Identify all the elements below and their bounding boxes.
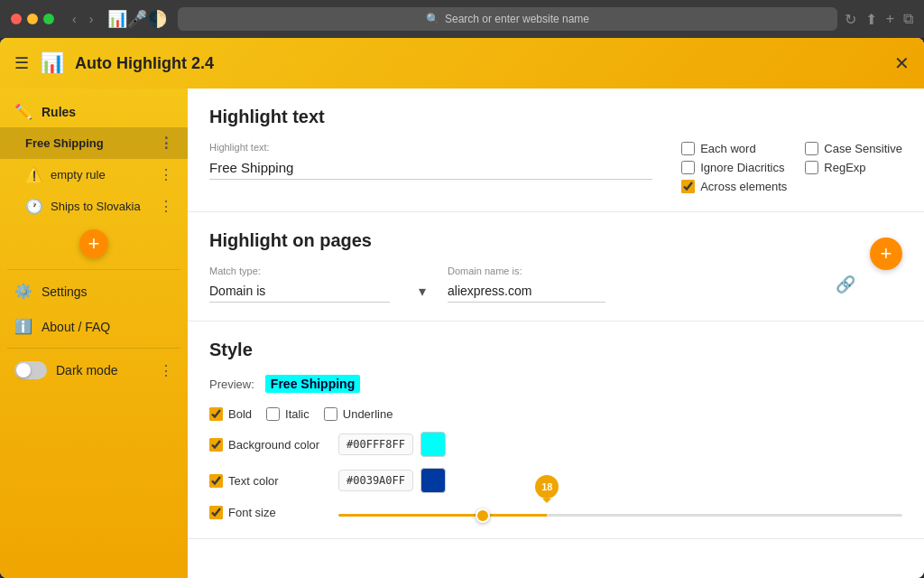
sidebar-divider [7, 269, 180, 270]
close-traffic-light[interactable] [11, 14, 22, 24]
free-shipping-label: Free Shipping [25, 136, 152, 150]
about-label: About / FAQ [42, 320, 173, 334]
font-size-row: Font size 18 [209, 504, 902, 520]
add-page-button[interactable]: + [870, 238, 902, 270]
reload-icon[interactable]: ↻ [845, 11, 856, 28]
add-rule-button[interactable]: + [79, 229, 108, 258]
menu-icon[interactable]: ☰ [14, 53, 29, 73]
text-style-row: Bold Italic Underline [209, 407, 902, 421]
settings-label: Settings [42, 284, 173, 299]
highlight-text-input[interactable] [209, 156, 652, 180]
regexp-label: RegExp [824, 161, 865, 174]
close-button[interactable]: ✕ [894, 52, 910, 74]
browser-actions: ↻ ⬆ + ⧉ [845, 11, 913, 28]
highlight-text-row: Highlight text: Each word Case Sensitive [209, 142, 902, 193]
app-title: Auto Highlight 2.4 [75, 54, 883, 73]
tab-icon: 📊🎤🌓 [107, 9, 167, 29]
dark-mode-menu-icon[interactable]: ⋮ [159, 362, 173, 379]
new-tab-icon[interactable]: + [886, 11, 894, 28]
case-sensitive-option[interactable]: Case Sensitive [805, 142, 902, 155]
minimize-traffic-light[interactable] [27, 14, 38, 24]
bg-color-checkbox-group[interactable]: Background color [209, 438, 328, 452]
ignore-diacritics-option[interactable]: Ignore Diacritics [681, 161, 787, 174]
maximize-traffic-light[interactable] [43, 14, 54, 24]
style-title: Style [209, 340, 902, 360]
sidebar-item-dark-mode: Dark mode ⋮ [0, 352, 188, 388]
highlight-pages-title: Highlight on pages [209, 230, 855, 251]
sidebar-item-free-shipping[interactable]: Free Shipping ⋮ [0, 127, 188, 159]
app-icon: 📊 [40, 51, 64, 75]
font-size-checkbox-group[interactable]: Font size [209, 506, 328, 519]
sidebar-divider-2 [7, 348, 180, 349]
warning-icon: ⚠️ [25, 166, 43, 183]
italic-label: Italic [285, 407, 310, 421]
highlight-pages-section: Highlight on pages Match type: Domain is… [188, 212, 924, 322]
font-size-checkbox[interactable] [209, 506, 223, 519]
underline-option[interactable]: Underline [324, 407, 393, 421]
each-word-label: Each word [700, 142, 755, 155]
italic-checkbox[interactable] [266, 407, 280, 421]
case-sensitive-checkbox[interactable] [805, 142, 818, 155]
bg-color-hex[interactable]: #00FFF8FF [338, 434, 413, 455]
match-type-label: Match type: [209, 266, 426, 276]
highlight-text-field-label: Highlight text: [209, 142, 652, 153]
clock-icon: 🕐 [25, 198, 43, 215]
popup-body: ✏️ Rules Free Shipping ⋮ ⚠️ empty rule ⋮… [0, 89, 924, 578]
ignore-diacritics-label: Ignore Diacritics [700, 161, 784, 174]
regexp-option[interactable]: RegExp [805, 161, 902, 174]
bold-option[interactable]: Bold [209, 407, 252, 421]
domain-select-wrapper: Domain is URL contains URL starts with ▾ [209, 280, 426, 303]
text-color-checkbox-group[interactable]: Text color [209, 474, 328, 488]
font-size-slider[interactable] [338, 514, 902, 517]
sidebar-item-empty-rule[interactable]: ⚠️ empty rule ⋮ [0, 159, 188, 191]
regexp-checkbox[interactable] [805, 161, 818, 174]
domain-name-input[interactable] [448, 280, 605, 303]
text-color-hex[interactable]: #0039A0FF [338, 470, 413, 491]
dark-mode-toggle[interactable] [14, 361, 47, 379]
domain-group: Match type: Domain is URL contains URL s… [209, 266, 426, 303]
each-word-checkbox[interactable] [681, 142, 695, 155]
text-color-swatch[interactable] [420, 468, 446, 493]
italic-option[interactable]: Italic [266, 407, 310, 421]
browser-nav: ‹ › [69, 10, 97, 28]
popup-header: ☰ 📊 Auto Highlight 2.4 ✕ [0, 38, 924, 89]
underline-checkbox[interactable] [324, 407, 337, 421]
address-bar[interactable]: 🔍 Search or enter website name [178, 7, 836, 31]
bg-color-swatch[interactable] [420, 432, 446, 457]
bg-color-label: Background color [228, 438, 328, 452]
link-icon: 🔗 [836, 275, 855, 294]
sidebar-item-ships[interactable]: 🕐 Ships to Slovakia ⋮ [0, 191, 188, 222]
highlight-text-title: Highlight text [209, 107, 902, 127]
ignore-diacritics-checkbox[interactable] [681, 161, 695, 174]
font-size-tooltip: 18 [535, 475, 559, 499]
bold-checkbox[interactable] [209, 407, 223, 421]
text-color-checkbox[interactable] [209, 474, 223, 488]
forward-button[interactable]: › [86, 10, 97, 28]
across-elements-label: Across elements [700, 180, 787, 193]
bg-color-checkbox[interactable] [209, 438, 223, 452]
share-icon[interactable]: ⬆ [865, 11, 877, 28]
font-size-label: Font size [228, 506, 328, 519]
case-sensitive-label: Case Sensitive [824, 142, 902, 155]
ships-menu-icon[interactable]: ⋮ [159, 198, 173, 215]
text-options-group: Each word Case Sensitive Ignore Diacriti… [681, 142, 902, 193]
domain-select[interactable]: Domain is URL contains URL starts with [209, 280, 390, 303]
preview-label: Preview: [209, 378, 254, 391]
text-color-value-box: #0039A0FF [338, 468, 446, 493]
free-shipping-menu-icon[interactable]: ⋮ [159, 135, 173, 152]
back-button[interactable]: ‹ [69, 10, 80, 28]
across-elements-checkbox[interactable] [681, 180, 695, 193]
preview-row: Preview: Free Shipping [209, 375, 902, 393]
info-icon: ℹ️ [14, 318, 32, 335]
sidebar-item-settings[interactable]: ⚙️ Settings [0, 274, 188, 309]
main-content: Highlight text Highlight text: Each word [188, 89, 924, 578]
sidebar-item-about[interactable]: ℹ️ About / FAQ [0, 309, 188, 344]
highlight-text-section: Highlight text Highlight text: Each word [188, 89, 924, 212]
rules-label: Rules [42, 105, 173, 119]
extension-popup: ☰ 📊 Auto Highlight 2.4 ✕ ✏️ Rules Free S… [0, 38, 924, 578]
empty-rule-menu-icon[interactable]: ⋮ [159, 166, 173, 183]
each-word-option[interactable]: Each word [681, 142, 787, 155]
tabs-icon[interactable]: ⧉ [903, 11, 913, 28]
underline-label: Underline [343, 407, 393, 421]
across-elements-option[interactable]: Across elements [681, 180, 787, 193]
